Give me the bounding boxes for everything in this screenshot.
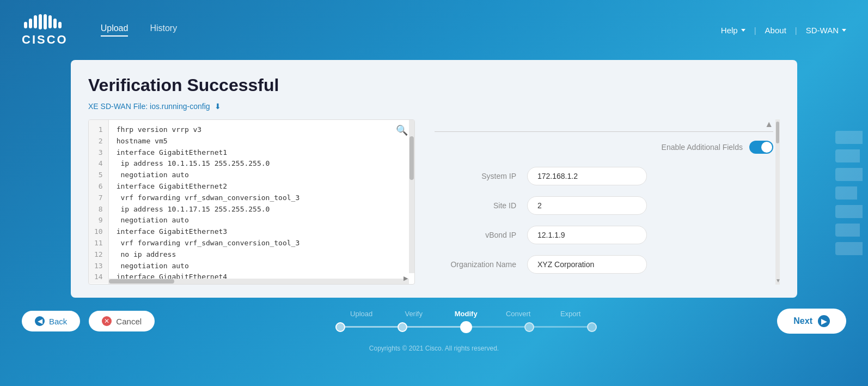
header: CISCO Upload History Help | About | SD-W… — [0, 0, 868, 60]
site-id-row: Site ID — [435, 196, 773, 215]
right-panel-container: ▲ Enable Additional Fields System IP Sit… — [428, 119, 780, 285]
next-icon: ▶ — [818, 315, 830, 327]
code-content: 1234567891011121314151617 fhrp version v… — [89, 120, 414, 284]
site-id-label: Site ID — [435, 201, 516, 210]
step-dot-upload[interactable] — [335, 322, 345, 332]
svg-rect-4 — [44, 14, 47, 29]
step-label-export: Export — [545, 310, 597, 318]
next-label: Next — [793, 316, 812, 326]
vbond-ip-label: vBond IP — [435, 231, 516, 239]
about-link[interactable]: About — [765, 26, 786, 35]
step-connector-4 — [534, 326, 587, 328]
svg-rect-6 — [53, 19, 57, 28]
about-label: About — [765, 26, 786, 35]
step-dot-convert[interactable] — [524, 322, 534, 332]
step-dot-modify[interactable] — [460, 321, 472, 333]
code-panel: 🔍 1234567891011121314151617 fhrp version… — [88, 119, 415, 285]
system-ip-row: System IP — [435, 167, 773, 185]
scroll-up-arrow[interactable]: ▲ — [435, 119, 773, 129]
line-numbers: 1234567891011121314151617 — [89, 120, 109, 284]
vertical-scrollbar-thumb — [409, 136, 414, 180]
step-connector-1 — [345, 326, 398, 328]
nav-upload[interactable]: Upload — [101, 23, 129, 37]
main-card: Verification Successful XE SD-WAN File: … — [71, 60, 797, 298]
svg-rect-0 — [24, 22, 27, 28]
copyright: Copyrights © 2021 Cisco. All rights rese… — [0, 345, 868, 359]
code-lines: fhrp version vrrp v3 hostname vm5 interf… — [109, 120, 414, 284]
footer: ◀ Back ✕ Cancel UploadVerifyModifyConver… — [0, 298, 868, 345]
vbond-ip-row: vBond IP — [435, 226, 773, 244]
cisco-logo-text: CISCO — [22, 33, 68, 47]
step-dot-verify[interactable] — [398, 322, 407, 332]
separator-2: | — [795, 26, 797, 35]
system-ip-input[interactable] — [527, 167, 647, 185]
nav-history[interactable]: History — [150, 23, 177, 37]
step-line — [335, 321, 597, 333]
back-button[interactable]: ◀ Back — [22, 311, 80, 331]
enable-additional-toggle[interactable] — [749, 141, 773, 154]
step-connector-3 — [472, 326, 525, 328]
help-chevron-icon — [741, 29, 745, 32]
svg-rect-5 — [48, 15, 52, 28]
divider — [435, 131, 773, 132]
enable-additional-label: Enable Additional Fields — [662, 143, 743, 152]
svg-rect-7 — [58, 22, 62, 28]
step-label-modify: Modify — [440, 310, 492, 318]
step-label-upload: Upload — [335, 310, 388, 318]
file-info: XE SD-WAN File: ios.running-config ⬇ — [88, 102, 780, 111]
scroll-down-arrow[interactable]: ▼ — [775, 278, 780, 284]
logo: CISCO — [22, 13, 68, 47]
step-dot-export[interactable] — [587, 322, 597, 332]
sdwan-label: SD-WAN — [806, 26, 839, 35]
back-icon: ◀ — [35, 316, 45, 326]
step-label-convert: Convert — [492, 310, 545, 318]
separator-1: | — [754, 26, 756, 35]
org-name-label: Organization Name — [435, 260, 516, 269]
steps-container: UploadVerifyModifyConvertExport — [335, 310, 597, 333]
help-menu[interactable]: Help — [721, 26, 745, 35]
org-name-row: Organization Name — [435, 255, 773, 274]
right-scrollbar-thumb — [776, 122, 779, 143]
decorative-bars — [835, 0, 868, 386]
search-icon[interactable]: 🔍 — [396, 124, 408, 136]
step-label-verify: Verify — [388, 310, 440, 318]
step-labels: UploadVerifyModifyConvertExport — [335, 310, 597, 318]
horizontal-scrollbar[interactable] — [108, 279, 409, 284]
scroll-right-icon[interactable]: ▶ — [404, 275, 408, 282]
back-label: Back — [49, 317, 67, 326]
file-label: XE SD-WAN File: ios.running-config — [88, 102, 210, 111]
org-name-input[interactable] — [527, 255, 647, 274]
right-panel: ▲ Enable Additional Fields System IP Sit… — [428, 119, 780, 274]
svg-rect-3 — [39, 14, 42, 29]
page-title: Verification Successful — [88, 75, 780, 95]
horizontal-scrollbar-thumb — [109, 279, 174, 284]
header-right: Help | About | SD-WAN — [721, 26, 846, 35]
nav-links: Upload History — [101, 23, 721, 37]
right-scrollbar[interactable]: ▼ — [775, 119, 780, 285]
vertical-scrollbar[interactable] — [409, 120, 414, 273]
cancel-button[interactable]: ✕ Cancel — [89, 311, 155, 331]
cancel-label: Cancel — [116, 317, 142, 326]
vbond-ip-input[interactable] — [527, 226, 647, 244]
svg-rect-2 — [34, 15, 37, 28]
toggle-thumb — [761, 142, 772, 153]
enable-additional-row: Enable Additional Fields — [435, 141, 773, 154]
card-body: 🔍 1234567891011121314151617 fhrp version… — [88, 119, 780, 285]
cisco-logo-bars — [23, 13, 66, 31]
download-icon[interactable]: ⬇ — [215, 102, 221, 111]
svg-rect-1 — [29, 19, 32, 28]
footer-left: ◀ Back ✕ Cancel — [22, 311, 155, 331]
cancel-icon: ✕ — [102, 316, 112, 326]
system-ip-label: System IP — [435, 172, 516, 180]
step-connector-2 — [407, 326, 460, 328]
site-id-input[interactable] — [527, 196, 647, 215]
help-label: Help — [721, 26, 738, 35]
